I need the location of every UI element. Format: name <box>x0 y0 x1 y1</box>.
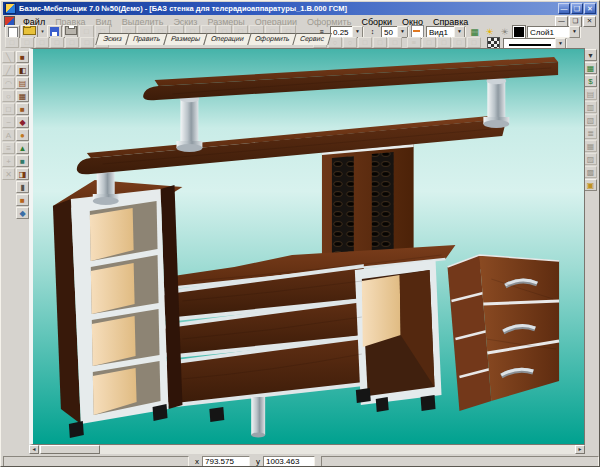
rect-tool-icon: □ <box>2 103 15 115</box>
filter-button: □ <box>80 37 94 48</box>
x-coord-field[interactable]: 793.575 <box>202 456 250 467</box>
open-folder-icon <box>23 26 36 35</box>
select-tools-group: □□□□□□□ <box>5 37 109 48</box>
hatch-tool-icon: ≡ <box>2 142 15 154</box>
layers-button: ≡ <box>407 37 421 48</box>
y-coord-label: y <box>256 457 260 466</box>
scroll-thumb[interactable] <box>40 445 100 454</box>
tab-edit[interactable]: Править <box>125 33 168 45</box>
spec-table-icon: ▤ <box>584 88 597 100</box>
scroll-right-button[interactable]: ► <box>575 445 585 454</box>
minimize-button[interactable]: — <box>558 3 570 14</box>
save-model-icon[interactable]: ◆ <box>16 207 29 219</box>
center-leg <box>251 397 265 435</box>
panel-texture-icon[interactable]: ■ <box>16 194 29 206</box>
line-width-value: 0.25 <box>331 28 352 37</box>
circle-tool-icon: ○ <box>2 90 15 102</box>
maximize-button[interactable]: ❑ <box>571 3 583 14</box>
new-panel-icon[interactable]: ■ <box>16 51 29 63</box>
misc-tools-group: ≡□□□□ <box>407 37 481 48</box>
cutting-icon[interactable]: ■ <box>16 103 29 115</box>
horizontal-scrollbar[interactable]: ◄ ► <box>29 445 585 454</box>
close-button[interactable]: ✕ <box>584 3 596 14</box>
mode-tabs: ЭскизПравитьРазмерыОперацииОформитьСерви… <box>97 33 329 45</box>
window-title: Базис-Мебельщик 7.0 №50(Демо) - [БАЗ сте… <box>19 4 558 13</box>
view-value: Вид1 <box>427 28 454 37</box>
fillet-button: □ <box>388 37 402 48</box>
app-icon <box>5 3 16 14</box>
table2-icon: ▦ <box>584 140 597 152</box>
report-icon: ▥ <box>584 101 597 113</box>
doc-list-icon: ≣ <box>584 127 597 139</box>
trim-button: □ <box>373 37 387 48</box>
layer-value: Слой1 <box>528 28 569 37</box>
deselect-button: □ <box>50 37 64 48</box>
scale-value: 50 <box>382 28 397 37</box>
array-button: □ <box>358 37 372 48</box>
save-icon <box>50 27 59 36</box>
tab-operations[interactable]: Операции <box>203 33 251 45</box>
assembly-icon[interactable]: ▲ <box>16 142 29 154</box>
tab-finish[interactable]: Оформить <box>247 33 297 45</box>
reports-toolbar: ▾▦$▤▥▧≣▦▨▩▣ <box>584 49 598 191</box>
select-all-button: □ <box>35 37 49 48</box>
copy-button: ○ <box>328 37 342 48</box>
material-icon[interactable]: ◆ <box>16 116 29 128</box>
drilling-icon[interactable]: ▤ <box>16 77 29 89</box>
invert-select-button: □ <box>65 37 79 48</box>
pointer-tool-icon: ╲ <box>2 51 15 63</box>
erase-tool-icon: ✕ <box>2 168 15 180</box>
mirror-button: ○ <box>343 37 357 48</box>
arc-tool-icon: ◠ <box>2 77 15 89</box>
select-mode-button: □ <box>5 37 19 48</box>
edging-icon[interactable]: ▦ <box>16 90 29 102</box>
solid-line-icon <box>509 44 551 46</box>
status-extra-panel <box>321 456 599 467</box>
fastener-icon[interactable]: ■ <box>16 155 29 167</box>
edit-panel-icon[interactable]: ◧ <box>16 64 29 76</box>
export-icon: ▩ <box>584 166 597 178</box>
print-icon <box>65 26 77 35</box>
y-coord-field[interactable]: 1003.463 <box>263 456 315 467</box>
curve-tool-icon: ~ <box>2 116 15 128</box>
order-icon[interactable]: ▣ <box>584 179 597 191</box>
status-bar: x 793.575 y 1003.463 <box>1 455 600 467</box>
cutting-map-icon: ▧ <box>584 114 597 126</box>
render-icon[interactable]: ◨ <box>16 168 29 180</box>
tab-sketch[interactable]: Эскиз <box>95 33 129 45</box>
tab-service[interactable]: Сервис <box>293 33 332 45</box>
draw-toolbar: ╲╱◠○□~A≡+✕ <box>2 51 15 180</box>
select-frame-button: □ <box>20 37 34 48</box>
toolbar-collapse-button[interactable]: ▾ <box>584 49 597 61</box>
node-tool-icon: + <box>2 155 15 167</box>
cost-calc-icon[interactable]: $ <box>584 75 597 87</box>
model-viewport[interactable] <box>29 48 585 445</box>
cd-rack-tower <box>322 144 414 265</box>
model-toolbar: ■◧▤▦■◆●▲■◨▮■◆ <box>16 51 29 219</box>
line-style-sample <box>504 39 555 48</box>
text-tool-icon: A <box>2 129 15 141</box>
application-window: Базис-Мебельщик 7.0 №50(Демо) - [БАЗ сте… <box>0 0 600 467</box>
x-coord-label: x <box>195 457 199 466</box>
window-controls: —❑✕ <box>558 3 596 14</box>
line-tool-icon: ╱ <box>2 64 15 76</box>
furniture-model <box>33 49 584 444</box>
section-icon[interactable]: ▮ <box>16 181 29 193</box>
tab-dimensions[interactable]: Размеры <box>163 33 208 45</box>
materials-table-icon[interactable]: ▦ <box>584 62 597 74</box>
title-bar[interactable]: Базис-Мебельщик 7.0 №50(Демо) - [БАЗ сте… <box>3 2 597 15</box>
group-button: □ <box>422 37 436 48</box>
properties-button: □ <box>467 37 481 48</box>
texture-icon[interactable]: ● <box>16 129 29 141</box>
status-message-panel <box>3 456 189 467</box>
open-shelf-cabinet <box>53 180 183 438</box>
scroll-left-button[interactable]: ◄ <box>29 445 39 454</box>
ungroup-button: □ <box>437 37 451 48</box>
align-button: □ <box>452 37 466 48</box>
print-report-icon: ▨ <box>584 153 597 165</box>
